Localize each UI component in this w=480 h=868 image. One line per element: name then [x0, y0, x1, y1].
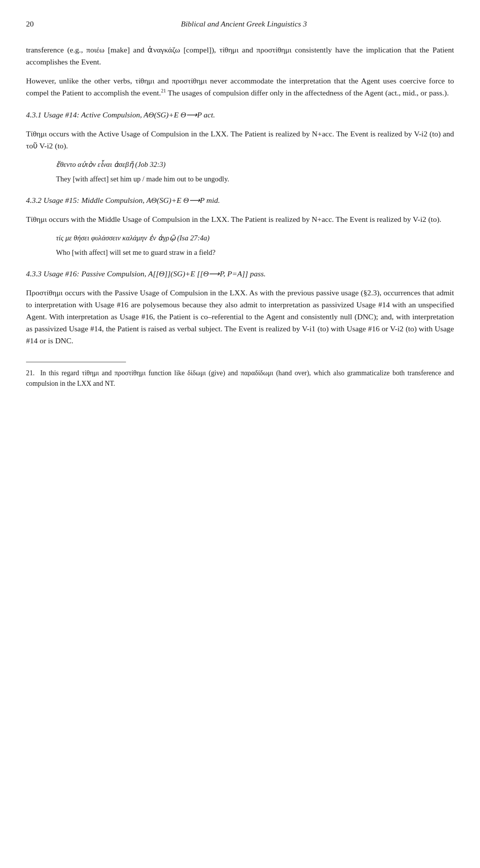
- footnote-divider: [26, 362, 126, 362]
- footnote-21: 21. In this regard τίθημι and προστίθημι…: [26, 368, 454, 389]
- p3-text: The usages of compulsion differ only in …: [166, 88, 449, 97]
- paragraph-2: However, unlike the other verbs, τίθημι …: [26, 75, 454, 99]
- translation-text-2: Who [with affect] will set me to guard s…: [56, 248, 216, 256]
- main-content: transference (e.g., ποιέω [make] and ἀνα…: [26, 44, 454, 347]
- page-title: Biblical and Ancient Greek Linguistics 3: [34, 18, 454, 30]
- page: 20 Biblical and Ancient Greek Linguistic…: [0, 0, 480, 868]
- section-heading-432: 4.3.2 Usage #15: Middle Compulsion, AΘ(S…: [26, 194, 454, 206]
- p1-text: transference (e.g., ποιέω [make] and ἀνα…: [26, 45, 454, 66]
- heading-432-text: 4.3.2 Usage #15: Middle Compulsion, AΘ(S…: [26, 196, 220, 204]
- greek-text-2: τίς με θήσει φυλάσσειν καλάμην ἐν ἀγρῷ (…: [56, 234, 210, 242]
- footnote-text: In this regard τίθημι and προστίθημι fun…: [26, 369, 454, 387]
- paragraph-433-body: Προστίθημι occurs with the Passive Usage…: [26, 287, 454, 347]
- translation-2: Who [with affect] will set me to guard s…: [56, 247, 454, 258]
- section-heading-433: 4.3.3 Usage #16: Passive Compulsion, A[[…: [26, 268, 454, 280]
- page-header: 20 Biblical and Ancient Greek Linguistic…: [26, 18, 454, 30]
- paragraph-1: transference (e.g., ποιέω [make] and ἀνα…: [26, 44, 454, 68]
- paragraph-432-body: Τίθημι occurs with the Middle Usage of C…: [26, 213, 454, 225]
- translation-text-1: They [with affect] set him up / made him…: [56, 175, 229, 183]
- p8-text-intro: Προστίθημι occurs with the Passive Usage…: [26, 288, 454, 345]
- greek-quote-1: ἔθεντο αὐτὸν εἶναι ἀσεβῆ (Job 32:3): [56, 159, 454, 170]
- p7-text: Τίθημι occurs with the Middle Usage of C…: [26, 215, 442, 223]
- heading-431-text: 4.3.1 Usage #14: Active Compulsion, AΘ(S…: [26, 110, 215, 119]
- translation-1: They [with affect] set him up / made him…: [56, 173, 454, 184]
- footnote-number: 21.: [26, 369, 40, 377]
- greek-quote-2: τίς με θήσει φυλάσσειν καλάμην ἐν ἀγρῷ (…: [56, 232, 454, 243]
- greek-text-1: ἔθεντο αὐτὸν εἶναι ἀσεβῆ (Job 32:3): [56, 160, 166, 168]
- p5-text: Τίθημι occurs with the Active Usage of C…: [26, 129, 454, 150]
- footnote-ref-21: 21: [161, 88, 166, 93]
- paragraph-431-body: Τίθημι occurs with the Active Usage of C…: [26, 128, 454, 152]
- section-heading-431: 4.3.1 Usage #14: Active Compulsion, AΘ(S…: [26, 109, 454, 121]
- page-number-left: 20: [26, 18, 34, 30]
